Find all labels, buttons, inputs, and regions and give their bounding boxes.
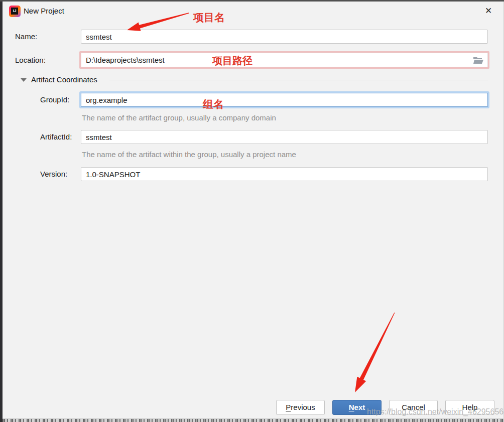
browse-folder-icon[interactable] bbox=[473, 56, 484, 64]
section-title: Artifact Coordinates bbox=[31, 74, 97, 85]
groupid-hint: The name of the artifact group, usually … bbox=[82, 113, 276, 122]
groupid-label: GroupId: bbox=[40, 93, 69, 107]
groupid-input[interactable] bbox=[81, 93, 488, 107]
dialog-title: New Project bbox=[24, 2, 64, 21]
artifactid-hint: The name of the artifact within the grou… bbox=[82, 150, 296, 159]
version-input[interactable] bbox=[81, 167, 488, 181]
title-bar: IJ New Project ✕ bbox=[3, 2, 504, 21]
previous-button[interactable]: Previous bbox=[276, 400, 325, 415]
artifact-coordinates-section-toggle[interactable]: Artifact Coordinates bbox=[3, 74, 504, 85]
background-content-sliver bbox=[3, 418, 504, 422]
annotation-project-name: 项目名 bbox=[193, 11, 225, 25]
background-window-sliver bbox=[0, 2, 3, 422]
name-label: Name: bbox=[15, 30, 37, 44]
version-label: Version: bbox=[40, 167, 67, 181]
location-label: Location: bbox=[15, 52, 46, 68]
chevron-down-icon bbox=[21, 78, 27, 82]
artifactid-label: ArtifactId: bbox=[40, 130, 72, 144]
help-button[interactable]: Help bbox=[445, 400, 494, 415]
cancel-button[interactable]: Cancel bbox=[389, 400, 438, 415]
next-button[interactable]: Next bbox=[332, 400, 382, 415]
annotation-group-name: 组名 bbox=[203, 97, 224, 111]
close-icon[interactable]: ✕ bbox=[480, 2, 497, 21]
location-input[interactable] bbox=[81, 53, 488, 67]
new-project-dialog: IJ New Project ✕ Name: Location: Artifac… bbox=[0, 0, 504, 422]
location-field-highlight bbox=[79, 51, 489, 69]
section-divider bbox=[109, 80, 488, 80]
intellij-idea-icon: IJ bbox=[9, 6, 21, 17]
annotation-project-path: 项目路径 bbox=[212, 54, 253, 68]
name-input[interactable] bbox=[81, 30, 488, 44]
arrow-to-next-button bbox=[355, 313, 395, 392]
artifactid-input[interactable] bbox=[81, 130, 488, 144]
